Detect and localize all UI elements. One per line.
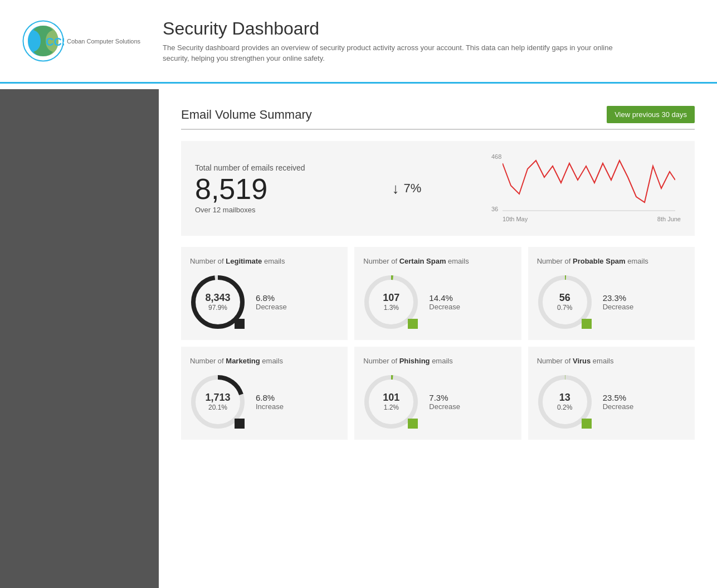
metric-label: Number of Virus emails [537,357,686,365]
donut-pct: 1.2% [383,404,399,411]
page-title: Security Dashboard [163,18,636,39]
chart-x-start: 10th May [503,216,528,222]
metric-change-pct: 7.3% [429,393,460,402]
metrics-row-2: Number of Marketing emails1,71320.1%6.8%… [181,347,695,440]
summary-change-pct: 7% [403,181,421,196]
logo-subtitle: Coban Computer Solutions [67,38,140,45]
metric-change-label: Increase [256,402,284,411]
donut-corner-square [408,319,418,329]
summary-mailboxes: Over 12 mailboxes [195,206,305,214]
donut-value: 101 [383,392,399,404]
donut-corner-square [582,419,592,429]
donut-value: 107 [383,293,399,304]
donut-pct: 97.9% [205,304,230,312]
donut-pct: 0.2% [557,404,572,411]
metric-label: Number of Legitimate emails [190,257,339,265]
logo-icon: CCS [22,20,64,62]
metric-body: 1011.2%7.3%Decrease [363,374,512,430]
donut-center: 1071.3% [383,293,399,312]
metric-body: 8,34397.9%6.8%Decrease [190,274,339,330]
page-subtitle: The Security dashboard provides an overv… [163,42,636,64]
donut-corner-square [582,319,592,329]
metric-card: Number of Marketing emails1,71320.1%6.8%… [181,347,348,440]
sidebar [0,89,159,588]
summary-box: Total number of emails received 8,519 Ov… [181,141,695,236]
donut-corner-square [235,319,245,329]
summary-label: Total number of emails received [195,163,305,172]
metric-stats: 14.4%Decrease [429,293,460,311]
summary-count: 8,519 [195,174,305,203]
metrics-row-1: Number of Legitimate emails8,34397.9%6.8… [181,247,695,340]
donut-value: 56 [557,293,572,304]
summary-left: Total number of emails received 8,519 Ov… [195,163,305,214]
chart-area: 468 36 10th May 8th June [491,152,681,225]
metric-card: Number of Probable Spam emails560.7%23.3… [528,247,695,340]
logo-area: CCS Coban Computer Solutions [22,20,140,62]
metric-card: Number of Phishing emails1011.2%7.3%Decr… [354,347,521,440]
metric-card: Number of Certain Spam emails1071.3%14.4… [354,247,521,340]
metric-change-pct: 6.8% [256,293,287,303]
metric-label: Number of Certain Spam emails [363,257,512,265]
metric-body: 560.7%23.3%Decrease [537,274,686,330]
donut-value: 13 [557,392,572,404]
donut-center: 560.7% [557,293,572,312]
donut-pct: 20.1% [205,404,230,411]
section-title: Email Volume Summary [181,108,312,122]
main-content: Email Volume Summary View previous 30 da… [159,89,717,588]
metric-stats: 23.3%Decrease [603,293,634,311]
metric-stats: 23.5%Decrease [603,393,634,411]
metric-change-pct: 14.4% [429,293,460,303]
donut-center: 8,34397.9% [205,293,230,312]
chart-y-max: 468 [491,153,501,160]
header: CCS Coban Computer Solutions Security Da… [0,0,717,84]
metric-change-pct: 23.5% [603,393,634,402]
metric-card: Number of Legitimate emails8,34397.9%6.8… [181,247,348,340]
metric-stats: 6.8%Decrease [256,293,287,311]
metric-body: 1,71320.1%6.8%Increase [190,374,339,430]
metric-change-pct: 23.3% [603,293,634,303]
decrease-arrow-icon: ↓ [392,180,399,197]
metric-body: 1071.3%14.4%Decrease [363,274,512,330]
donut-corner-square [408,419,418,429]
header-text: Security Dashboard The Security dashboar… [163,18,636,64]
donut-chart: 1,71320.1% [190,374,246,430]
summary-change: ↓ 7% [392,180,421,197]
donut-chart: 1071.3% [363,274,419,330]
metric-body: 130.2%23.5%Decrease [537,374,686,430]
metric-change-label: Decrease [603,402,634,411]
donut-corner-square [235,419,245,429]
metric-change-label: Decrease [429,303,460,311]
donut-chart: 560.7% [537,274,593,330]
metric-change-label: Decrease [256,303,287,311]
donut-chart: 130.2% [537,374,593,430]
donut-pct: 1.3% [383,304,399,312]
metric-card: Number of Virus emails130.2%23.5%Decreas… [528,347,695,440]
chart-x-end: 8th June [657,216,681,222]
metric-change-pct: 6.8% [256,393,284,402]
donut-center: 130.2% [557,392,572,411]
view-previous-button[interactable]: View previous 30 days [607,106,695,123]
section-divider [181,129,695,130]
metric-change-label: Decrease [603,303,634,311]
metric-change-label: Decrease [429,402,460,411]
chart-y-min: 36 [491,206,498,212]
section-header: Email Volume Summary View previous 30 da… [181,100,695,123]
donut-pct: 0.7% [557,304,572,312]
metric-stats: 7.3%Decrease [429,393,460,411]
donut-value: 1,713 [205,392,230,404]
sparkline-chart [503,152,675,213]
metric-label: Number of Phishing emails [363,357,512,365]
donut-value: 8,343 [205,293,230,304]
donut-chart: 8,34397.9% [190,274,246,330]
metric-stats: 6.8%Increase [256,393,284,411]
donut-center: 1011.2% [383,392,399,411]
donut-chart: 1011.2% [363,374,419,430]
donut-center: 1,71320.1% [205,392,230,411]
metric-label: Number of Probable Spam emails [537,257,686,265]
svg-text:CCS: CCS [46,36,64,48]
metric-label: Number of Marketing emails [190,357,339,365]
